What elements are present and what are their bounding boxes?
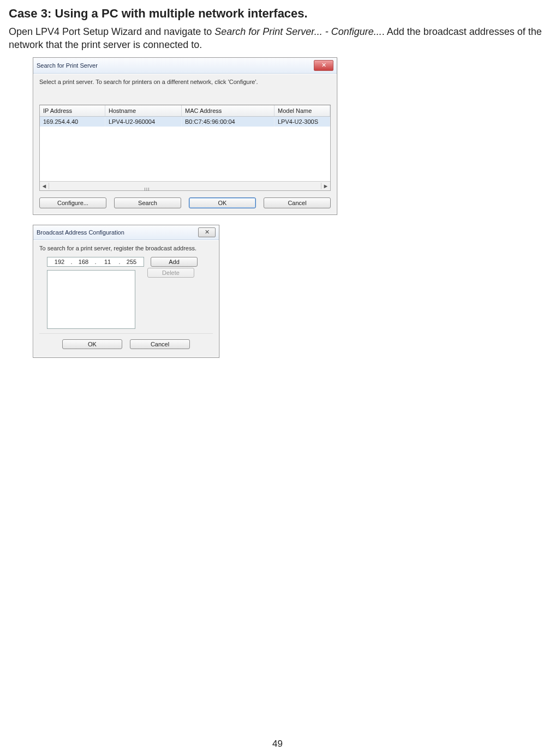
address-listbox[interactable] bbox=[47, 270, 135, 329]
dialog1-instruction: Select a print server. To search for pri… bbox=[39, 79, 331, 85]
col-ip[interactable]: IP Address bbox=[40, 105, 105, 116]
section-heading: Case 3: Using a PC with multiple network… bbox=[9, 7, 546, 21]
col-mac[interactable]: MAC Address bbox=[182, 105, 274, 116]
cell-ip: 169.254.4.40 bbox=[40, 117, 105, 127]
blank-space bbox=[9, 368, 546, 739]
ip-octet-2[interactable]: 168 bbox=[76, 259, 91, 265]
page-number: 49 bbox=[9, 739, 546, 749]
h-scrollbar[interactable]: ◄ III ► bbox=[40, 181, 330, 190]
cancel-button[interactable]: Cancel bbox=[130, 339, 190, 349]
dialog1-title: Search for Print Server bbox=[37, 62, 314, 69]
scroll-right-icon[interactable]: ► bbox=[321, 183, 330, 189]
print-server-table[interactable]: IP Address Hostname MAC Address Model Na… bbox=[39, 105, 331, 191]
table-row[interactable]: 169.254.4.40 LPV4-U2-960004 B0:C7:45:96:… bbox=[40, 117, 330, 127]
cell-mac: B0:C7:45:96:00:04 bbox=[182, 117, 274, 127]
cell-model: LPV4-U2-300S bbox=[274, 117, 330, 127]
section-body: Open LPV4 Port Setup Wizard and navigate… bbox=[9, 25, 546, 52]
add-button[interactable]: Add bbox=[151, 257, 198, 267]
dialog2-title: Broadcast Address Configuration bbox=[37, 229, 198, 236]
table-empty-area bbox=[40, 127, 330, 181]
ip-octet-4[interactable]: 255 bbox=[124, 259, 139, 265]
configure-button[interactable]: Configure... bbox=[39, 197, 106, 208]
table-header: IP Address Hostname MAC Address Model Na… bbox=[40, 105, 330, 117]
delete-button: Delete bbox=[147, 268, 194, 278]
col-model[interactable]: Model Name bbox=[274, 105, 330, 116]
dialog1-titlebar[interactable]: Search for Print Server ✕ bbox=[33, 58, 337, 74]
ip-dot: . bbox=[118, 259, 121, 265]
dialog2-instruction: To search for a print server, register t… bbox=[39, 245, 213, 251]
close-icon[interactable]: ✕ bbox=[314, 60, 333, 71]
close-icon[interactable]: ✕ bbox=[198, 227, 216, 237]
search-print-server-dialog: Search for Print Server ✕ Select a print… bbox=[33, 57, 337, 215]
broadcast-config-dialog: Broadcast Address Configuration ✕ To sea… bbox=[33, 225, 219, 358]
scroll-grip[interactable]: III bbox=[144, 187, 150, 192]
dialog2-titlebar[interactable]: Broadcast Address Configuration ✕ bbox=[33, 225, 219, 240]
body-italic: Search for Print Server... - Configure..… bbox=[214, 26, 381, 37]
scroll-left-icon[interactable]: ◄ bbox=[40, 183, 49, 189]
ok-button[interactable]: OK bbox=[62, 339, 122, 349]
ip-dot: . bbox=[70, 259, 73, 265]
broadcast-ip-input[interactable]: 192. 168. 11. 255 bbox=[47, 257, 144, 267]
ip-dot: . bbox=[94, 259, 97, 265]
ip-octet-3[interactable]: 11 bbox=[100, 259, 115, 265]
ip-octet-1[interactable]: 192 bbox=[52, 259, 67, 265]
cell-host: LPV4-U2-960004 bbox=[105, 117, 182, 127]
body-prefix: Open LPV4 Port Setup Wizard and navigate… bbox=[9, 26, 214, 37]
cancel-button[interactable]: Cancel bbox=[264, 197, 331, 208]
search-button[interactable]: Search bbox=[114, 197, 181, 208]
col-host[interactable]: Hostname bbox=[105, 105, 182, 116]
ok-button[interactable]: OK bbox=[189, 197, 256, 208]
